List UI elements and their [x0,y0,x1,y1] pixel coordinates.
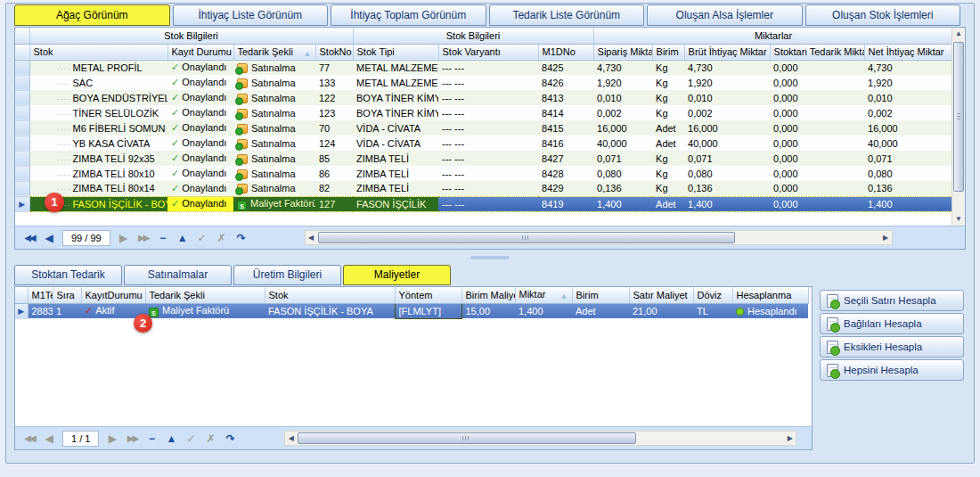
table-row[interactable]: ····YB KASA CİVATA✓OnaylandıSatınalma124… [15,136,953,151]
nav-cancel-button[interactable]: ✗ [212,232,232,244]
col-stok[interactable]: Stok [29,44,167,60]
splitter-handle[interactable] [14,254,966,261]
vertical-scrollbar[interactable]: ▲ ▼ [951,28,965,226]
horizontal-scroll-thumb[interactable] [298,432,636,444]
tab-ihtiyac-toplam[interactable]: İhtiyaç Toplam Görünüm [331,4,486,26]
tree-line-icon: ···· [57,125,71,134]
nav-delete-button[interactable]: − [142,432,161,445]
table-row[interactable]: ····TİNER SELÜLOZİK✓OnaylandıSatınalma12… [15,105,953,120]
col-birim-maliyet[interactable]: Birim Maliyet [461,287,515,303]
table-row[interactable]: ····ZIMBA TELİ 80x14✓OnaylandıSatınalma8… [15,181,953,196]
table-row-selected[interactable]: ▶····FASON İŞÇİLİK - BOYA✓Onaylandı$Mali… [15,196,953,211]
scroll-left-icon[interactable]: ◀ [285,434,297,442]
sort-asc-icon: ▲ [560,292,568,300]
col-stok[interactable]: Stok [265,287,395,303]
tab-satinalmalar[interactable]: Satınalmalar [124,265,232,285]
scroll-right-icon[interactable]: ▶ [784,434,796,442]
annotation-badge-2: 2 [134,314,152,333]
nav-edit-button[interactable]: ▲ [161,432,181,445]
nav-next-button[interactable]: ▶ [114,232,134,244]
calc-selected-row-button[interactable]: Seçili Satırı Hesapla [820,290,964,311]
vertical-scroll-thumb[interactable] [953,42,964,192]
col-yontem[interactable]: Yöntem [395,287,461,303]
col-stokno[interactable]: StokNo [315,44,353,60]
nav-last-button[interactable]: ▶▶ [122,433,142,443]
col-siparis-miktar[interactable]: Sipariş Miktar [593,44,652,60]
nav-next-button[interactable]: ▶ [102,432,122,445]
col-birim[interactable]: Birim [652,44,684,60]
table-row[interactable]: ····ZIMBA TELİ 80x10✓OnaylandıSatınalma8… [15,166,953,181]
table-row[interactable]: ····ZIMBA TELİ 92x35✓OnaylandıSatınalma8… [15,151,953,166]
horizontal-scroll-thumb[interactable] [318,232,735,243]
col-stoktan-tedarik[interactable]: Stoktan Tedarik Miktar [770,44,864,60]
tab-tedarik-liste[interactable]: Tedarik Liste Görünüm [489,4,645,26]
table-row[interactable]: ····M6 FİBERLİ SOMUN✓OnaylandıSatınalma7… [15,120,953,136]
purchase-icon [237,169,248,179]
scroll-left-icon[interactable]: ◀ [306,234,317,242]
cost-detail-table: M1Te Sıra KayıtDurumu Tedarik Şekli Stok… [15,287,809,319]
col-brut-ihtiyac[interactable]: Brüt İhtiyaç Miktar [684,44,770,60]
unit-cost-editor[interactable]: 15,00 [461,303,515,318]
calc-missing-button[interactable]: Eksikleri Hesapla [820,336,964,358]
nav-last-button[interactable]: ▶▶ [134,233,153,243]
col-kayit-durumu[interactable]: KayıtDurumu [81,287,145,303]
table-row[interactable]: ····SAC✓OnaylandıSatınalma133METAL MALZE… [15,75,953,90]
col-birim[interactable]: Birim [572,287,629,303]
row-focus-icon: ▶ [19,200,25,209]
nav-commit-button[interactable]: ✓ [192,232,212,244]
record-count: 1 / 1 [62,431,99,447]
col-doviz[interactable]: Döviz [693,287,732,303]
col-sira[interactable]: Sıra [53,287,81,303]
tab-maliyetler[interactable]: Maliyetler [343,265,451,285]
col-miktar[interactable]: ▲Miktar [515,287,572,303]
col-satir-maliyet[interactable]: Satır Maliyet [629,287,693,303]
nav-commit-button[interactable]: ✓ [181,432,200,445]
cost-detail-grid: M1Te Sıra KayıtDurumu Tedarik Şekli Stok… [14,286,813,450]
scroll-right-icon[interactable]: ▶ [880,234,892,242]
check-icon: ✓ [171,137,179,148]
cost-factor-icon: $ [149,308,159,317]
method-cell: [FLMLYT] [395,303,461,318]
nav-refresh-button[interactable]: ↷ [232,232,251,244]
tab-olusan-alsa[interactable]: Oluşan Alsa İşlemler [647,4,803,26]
nav-delete-button[interactable]: − [153,232,173,244]
table-row[interactable]: ····BOYA ENDÜSTRİYEL GR✓OnaylandıSatınal… [15,90,953,105]
col-hesaplanma[interactable]: Hesaplanma [732,287,808,303]
horizontal-scrollbar[interactable]: ◀ ▶ [305,230,893,245]
nav-refresh-button[interactable]: ↷ [220,432,240,445]
col-tedarik-sekli[interactable]: Tedarik Şekli [145,287,265,303]
calc-doc-clock-icon [827,317,838,331]
col-stok-varyanti[interactable]: Stok Varyantı [438,44,538,60]
tab-uretim-bilgileri[interactable]: Üretim Bilgileri [233,265,341,285]
col-stok-tipi[interactable]: Stok Tipi [353,44,438,60]
horizontal-scrollbar[interactable]: ◀ ▶ [284,431,796,446]
col-m1dno[interactable]: M1DNo [538,44,593,60]
table-row[interactable]: ····METAL PROFİL✓OnaylandıSatınalma77MET… [15,60,953,75]
calc-linked-button[interactable]: Bağlıları Hesapla [820,313,964,334]
tab-olusan-stok[interactable]: Oluşan Stok İşlemleri [805,4,961,26]
nav-edit-button[interactable]: ▲ [173,232,192,244]
tree-line-icon: ···· [57,140,71,149]
scroll-up-icon[interactable]: ▲ [952,28,965,40]
check-icon: ✓ [171,107,179,118]
row-focus-icon: ▶ [18,307,24,316]
tab-stoktan-tedarik[interactable]: Stoktan Tedarik [14,265,122,285]
column-header-row: M1Te Sıra KayıtDurumu Tedarik Şekli Stok… [15,287,808,303]
nav-prev-button[interactable]: ◀ [39,232,59,244]
tab-agac-gorunum[interactable]: Ağaç Görünüm [14,4,170,26]
col-net-ihtiyac[interactable]: Net İhtiyaç Miktar [864,44,953,60]
nav-cancel-button[interactable]: ✗ [200,432,220,445]
nav-first-button[interactable]: ◀◀ [20,433,39,443]
purchase-icon [237,63,248,73]
scroll-down-icon[interactable]: ▼ [952,213,965,226]
table-row-selected[interactable]: ▶ 2883 1 ✓Aktif $Maliyet Faktörü FASON İ… [15,303,808,318]
col-m1te[interactable]: M1Te [28,287,53,303]
col-kayit-durumu[interactable]: Kayıt Durumu [167,44,233,60]
nav-first-button[interactable]: ◀◀ [20,233,39,243]
nav-prev-button[interactable]: ◀ [39,432,59,445]
tree-line-icon: ···· [57,110,71,119]
tab-ihtiyac-liste[interactable]: İhtiyaç Liste Görünüm [173,4,329,26]
calc-all-button[interactable]: Hepsini Hesapla [820,359,964,381]
col-tedarik-sekli[interactable]: ▲Tedarik Şekli [233,44,315,60]
purchase-icon [237,124,248,134]
